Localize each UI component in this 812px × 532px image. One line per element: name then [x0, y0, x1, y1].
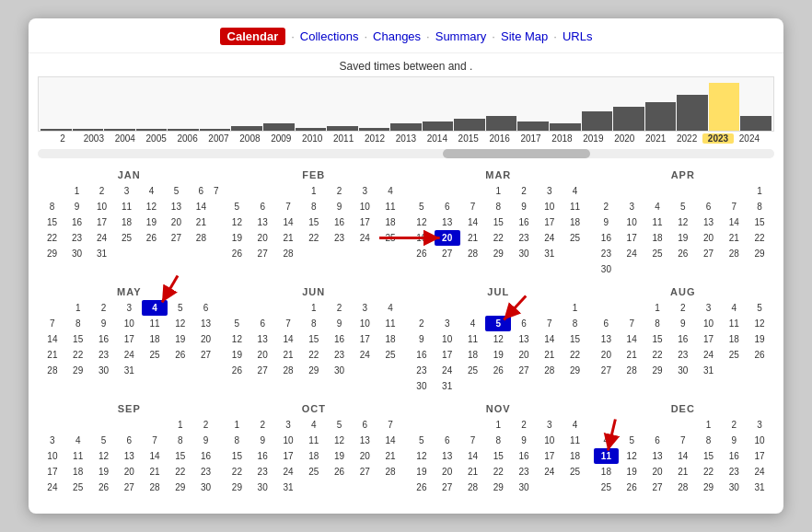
cal-day[interactable]: 21 [189, 214, 214, 230]
cal-day[interactable]: 28 [377, 464, 403, 480]
cal-day[interactable]: 6 [193, 300, 219, 316]
cal-day[interactable]: 5 [409, 433, 435, 448]
cal-day[interactable]: 8 [485, 199, 511, 214]
cal-day[interactable]: 8 [40, 199, 64, 214]
cal-day[interactable]: 17 [352, 214, 377, 230]
cal-day[interactable]: 27 [511, 363, 537, 378]
cal-day[interactable]: 16 [249, 448, 275, 464]
cal-day[interactable]: 28 [189, 230, 214, 246]
cal-day[interactable]: 16 [409, 347, 435, 363]
cal-day[interactable]: 4 [377, 183, 403, 199]
cal-day[interactable]: 17 [696, 331, 722, 347]
cal-day[interactable]: 30 [594, 261, 620, 277]
cal-day[interactable]: 12 [225, 214, 250, 230]
cal-day[interactable]: 3 [114, 183, 139, 199]
cal-day[interactable]: 2 [409, 316, 435, 331]
cal-day[interactable]: 21 [460, 464, 486, 480]
cal-day[interactable]: 18 [563, 214, 588, 230]
cal-day[interactable]: 13 [644, 448, 670, 464]
cal-day[interactable]: 20 [644, 464, 670, 480]
cal-day[interactable]: 3 [275, 417, 301, 433]
cal-day[interactable]: 12 [139, 199, 164, 214]
cal-day[interactable]: 6 [644, 433, 670, 448]
cal-day[interactable]: 25 [594, 480, 620, 495]
cal-day[interactable]: 11 [65, 448, 91, 464]
cal-day[interactable]: 16 [327, 331, 353, 347]
cal-day[interactable]: 1 [563, 300, 588, 316]
cal-day[interactable]: 14 [142, 448, 168, 464]
cal-day[interactable]: 10 [116, 316, 142, 331]
cal-day[interactable]: 8 [168, 433, 193, 448]
cal-day[interactable]: 22 [485, 464, 511, 480]
cal-day[interactable]: 15 [225, 448, 250, 464]
cal-day[interactable]: 12 [409, 448, 435, 464]
cal-day[interactable]: 3 [537, 417, 563, 433]
cal-day[interactable]: 28 [537, 363, 563, 378]
cal-day[interactable]: 31 [696, 363, 722, 378]
cal-day[interactable]: 16 [511, 214, 537, 230]
cal-day[interactable]: 16 [327, 214, 353, 230]
cal-day[interactable]: 18 [594, 464, 620, 480]
cal-day[interactable]: 31 [89, 246, 114, 261]
cal-day[interactable]: 20 [249, 230, 275, 246]
cal-day[interactable]: 26 [747, 347, 772, 363]
cal-day[interactable]: 21 [537, 347, 563, 363]
cal-day[interactable]: 20 [511, 347, 537, 363]
cal-day[interactable]: 24 [40, 480, 65, 495]
cal-day[interactable]: 5 [168, 300, 193, 316]
cal-day[interactable]: 10 [352, 316, 377, 331]
cal-day[interactable]: 15 [168, 448, 193, 464]
cal-day[interactable]: 30 [327, 363, 353, 378]
cal-day[interactable]: 17 [747, 448, 772, 464]
cal-day[interactable]: 5 [619, 433, 644, 448]
cal-day[interactable]: 28 [275, 246, 301, 261]
cal-day[interactable]: 5 [91, 433, 117, 448]
cal-day[interactable]: 19 [225, 230, 250, 246]
cal-day[interactable]: 11 [142, 316, 168, 331]
cal-day[interactable]: 5 [747, 300, 772, 316]
cal-day[interactable]: 28 [670, 480, 696, 495]
cal-day[interactable]: 13 [696, 214, 722, 230]
cal-day[interactable]: 21 [275, 230, 301, 246]
cal-day[interactable]: 14 [189, 199, 214, 214]
cal-day[interactable]: 17 [275, 448, 301, 464]
cal-day[interactable]: 13 [511, 331, 537, 347]
cal-day[interactable]: 29 [485, 246, 511, 261]
cal-day[interactable]: 7 [619, 316, 644, 331]
cal-day[interactable]: 23 [511, 230, 537, 246]
cal-day[interactable]: 19 [409, 230, 435, 246]
cal-day[interactable]: 25 [377, 230, 403, 246]
cal-day[interactable]: 10 [352, 199, 377, 214]
cal-day[interactable]: 12 [485, 331, 511, 347]
cal-day[interactable]: 10 [537, 199, 563, 214]
cal-day[interactable]: 5 [409, 199, 435, 214]
cal-day[interactable]: 30 [409, 378, 435, 394]
cal-day[interactable]: 3 [537, 183, 563, 199]
cal-day[interactable]: 5 [670, 199, 696, 214]
cal-day[interactable]: 23 [249, 464, 275, 480]
cal-day[interactable]: 4 [301, 417, 327, 433]
cal-day[interactable]: 11 [644, 214, 670, 230]
cal-day[interactable]: 15 [65, 331, 91, 347]
cal-day[interactable]: 11 [563, 199, 588, 214]
cal-day[interactable]: 2 [670, 300, 696, 316]
cal-day[interactable]: 4 [460, 316, 486, 331]
cal-day[interactable]: 9 [511, 199, 537, 214]
cal-day[interactable]: 9 [327, 316, 353, 331]
cal-day[interactable]: 6 [696, 199, 722, 214]
cal-day[interactable]: 8 [301, 316, 327, 331]
cal-day[interactable]: 21 [670, 464, 696, 480]
cal-day[interactable]: 21 [460, 230, 486, 246]
cal-day[interactable]: 22 [225, 464, 250, 480]
cal-day[interactable]: 1 [485, 417, 511, 433]
cal-day[interactable]: 16 [64, 214, 89, 230]
cal-day[interactable]: 14 [670, 448, 696, 464]
cal-day[interactable]: 18 [65, 464, 91, 480]
cal-day[interactable]: 3 [619, 199, 644, 214]
cal-day[interactable]: 23 [327, 347, 353, 363]
cal-day[interactable]: 28 [721, 246, 747, 261]
cal-day[interactable]: 22 [65, 347, 91, 363]
cal-day[interactable]: 7 [142, 433, 168, 448]
cal-day[interactable]: 3 [696, 300, 722, 316]
cal-day[interactable]: 11 [460, 331, 486, 347]
